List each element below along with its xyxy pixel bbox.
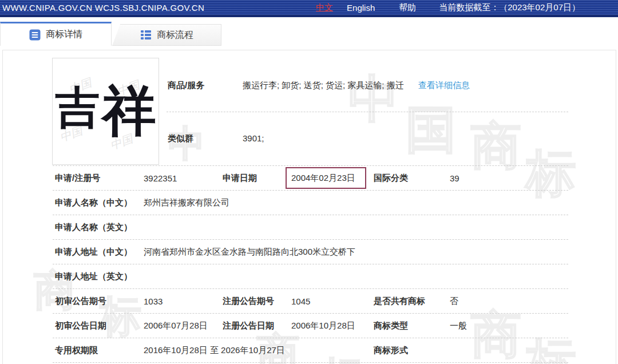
trademark-character: 吉 <box>56 78 100 139</box>
table-row: 申请/注册号 3922351 申请日期 2004年02月23日 国际分类 39 <box>53 166 568 191</box>
tab-detail-label: 商标详情 <box>46 29 82 41</box>
tab-trademark-process[interactable]: 商标流程 <box>112 24 221 46</box>
applicant-address-en-label: 申请人地址（英文） <box>55 271 132 282</box>
similar-group-label: 类似群 <box>168 133 193 144</box>
table-row: 初审公告日期 2006年07月28日 注册公告日期 2006年10月28日 商标… <box>53 314 568 338</box>
table-row: 申请人地址（中文） 河南省郑州市金水区金水路与南阳路向北300米立交桥下 <box>53 240 568 264</box>
applicant-address-cn-label: 申请人地址（中文） <box>55 247 132 258</box>
intl-class-label: 国际分类 <box>374 173 408 184</box>
table-row: 申请人名称（中文） 郑州吉祥搬家有限公司 <box>53 191 568 215</box>
view-details-link[interactable]: 查看详细信息 <box>418 80 470 91</box>
first-trial-issue-label: 初审公告期号 <box>55 296 106 307</box>
intl-class-value: 39 <box>450 173 459 183</box>
goods-services-label: 商品/服务 <box>168 80 204 91</box>
tab-strip: 商标详情 商标流程 <box>0 22 618 46</box>
lang-chinese-link[interactable]: 中文 <box>316 2 333 13</box>
list-grid-icon <box>140 29 152 41</box>
reg-date-value: 2006年10月28日 <box>291 321 355 331</box>
goods-services-value: 搬运行李; 卸货; 送货; 货运; 家具运输; 搬迁 <box>243 80 404 91</box>
reg-issue-value: 1045 <box>291 296 310 306</box>
shared-trademark-label: 是否共有商标 <box>374 296 425 307</box>
document-lines-icon <box>29 29 41 41</box>
reg-date-label: 注册公告日期 <box>223 321 274 331</box>
reg-issue-label: 注册公告期号 <box>223 296 274 307</box>
trademark-image: 中国 中国 中国 中国 吉 祥 <box>52 58 159 165</box>
trademark-character: 祥 <box>102 75 156 148</box>
table-row: 专用权期限 2016年10月28日 至 2026年10月27日 商标形式 <box>53 338 568 363</box>
first-trial-date-label: 初审公告日期 <box>55 321 106 331</box>
applicant-name-en-label: 申请人名称（英文） <box>55 222 132 233</box>
first-trial-date-value: 2006年07月28日 <box>144 321 208 331</box>
applicant-name-cn-value: 郑州吉祥搬家有限公司 <box>144 197 229 208</box>
separator <box>167 112 568 112</box>
exclusive-period-value: 2016年10月28日 至 2026年10月27日 <box>144 345 285 356</box>
reg-number-label: 申请/注册号 <box>55 173 100 184</box>
data-cutoff-text: 当前数据截至：（2023年02月07日） <box>439 2 580 13</box>
apply-date-value: 2004年02月23日 <box>291 173 355 184</box>
detail-table: 申请/注册号 3922351 申请日期 2004年02月23日 国际分类 39 … <box>53 165 568 363</box>
lang-english-link[interactable]: English <box>347 3 375 13</box>
apply-date-label: 申请日期 <box>223 173 257 184</box>
trademark-type-value: 一般 <box>450 321 467 331</box>
site-domains: WWW.CNIPA.GOV.CN WCJS.SBJ.CNIPA.GOV.CN <box>2 3 204 13</box>
trademark-form-label: 商标形式 <box>374 345 408 356</box>
table-row: 申请人地址（英文） <box>53 264 568 289</box>
trademark-detail-panel: 中 国 商 标 中 商 标 商 标 商 标 中国 中国 中国 中国 吉 祥 商品… <box>2 50 616 364</box>
table-row: 初审公告期号 1033 注册公告期号 1045 是否共有商标 否 <box>53 289 568 314</box>
tab-process-label: 商标流程 <box>157 29 193 41</box>
applicant-name-cn-label: 申请人名称（中文） <box>55 197 132 208</box>
similar-group-value: 3901; <box>243 133 264 144</box>
trademark-type-label: 商标类型 <box>374 321 408 331</box>
tab-trademark-detail[interactable]: 商标详情 <box>0 22 112 46</box>
content-layer: 中国 中国 中国 中国 吉 祥 商品/服务 搬运行李; 卸货; 送货; 货运; … <box>3 50 616 364</box>
topbar: WWW.CNIPA.GOV.CN WCJS.SBJ.CNIPA.GOV.CN 中… <box>0 0 618 17</box>
exclusive-period-label: 专用权期限 <box>55 345 98 356</box>
shared-trademark-value: 否 <box>450 296 458 307</box>
first-trial-issue-value: 1033 <box>144 296 163 306</box>
applicant-address-cn-value: 河南省郑州市金水区金水路与南阳路向北300米立交桥下 <box>144 247 355 258</box>
table-row: 申请人名称（英文） <box>53 215 568 240</box>
help-link[interactable]: 帮助 <box>399 2 416 13</box>
reg-number-value: 3922351 <box>144 173 177 183</box>
